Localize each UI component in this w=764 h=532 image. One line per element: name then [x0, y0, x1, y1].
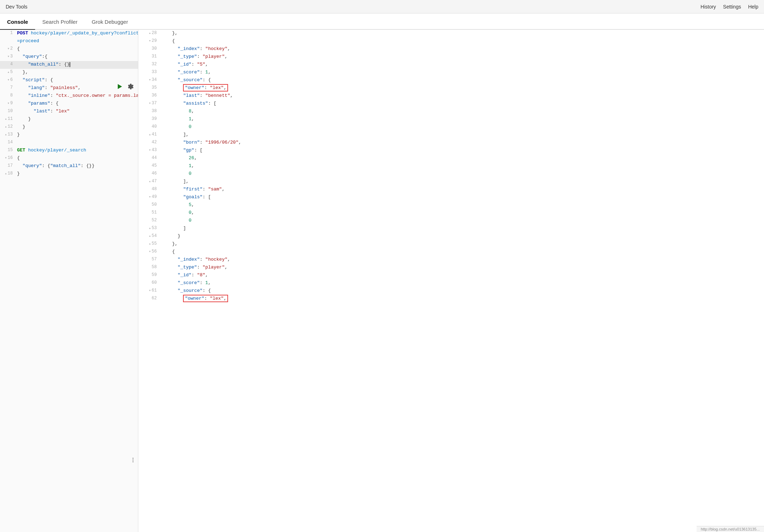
help-link[interactable]: Help	[748, 4, 758, 10]
output-gutter-45: 45	[138, 162, 160, 169]
editor-panel: 1 POST hockey/player/_update_by_query?co…	[0, 30, 138, 532]
output-code-29: {	[160, 38, 764, 45]
output-code-42: "born": "1996/06/20",	[160, 139, 764, 146]
output-gutter-61: ▾61	[138, 287, 160, 294]
output-line-55: ▴55 },	[138, 240, 764, 248]
editor-line-11[interactable]: ▴11 }	[0, 116, 138, 123]
editor-line-5[interactable]: ▴5 },	[0, 69, 138, 77]
editor-line-12[interactable]: ▴12 }	[0, 123, 138, 131]
output-gutter-58: 58	[138, 264, 160, 271]
editor-line-3[interactable]: ▾3 "query":{	[0, 53, 138, 61]
line-code-3: "query":{	[16, 53, 138, 61]
output-code-35: "owner": "lex",	[160, 84, 764, 92]
output-gutter-32: 32	[138, 61, 160, 68]
line-code-4: "match_all": {}	[16, 61, 138, 68]
output-gutter-42: 42	[138, 139, 160, 146]
output-code-57: "_index": "hockey",	[160, 256, 764, 264]
output-line-47: ▴47 ],	[138, 178, 764, 186]
output-line-41: ▴41 ],	[138, 131, 764, 139]
line-code-12: }	[16, 123, 138, 131]
app-title: Dev Tools	[6, 4, 27, 10]
line-code-16: {	[16, 155, 138, 162]
editor-line-1b[interactable]: =proceed	[0, 38, 138, 45]
output-line-54: ▴54 }	[138, 233, 764, 240]
output-code-30: "_index": "hockey",	[160, 45, 764, 53]
editor-line-1[interactable]: 1 POST hockey/player/_update_by_query?co…	[0, 30, 138, 38]
output-line-36: 36 "last": "bennett",	[138, 92, 764, 100]
tab-search-profiler[interactable]: Search Profiler	[35, 15, 84, 30]
editor-line-8[interactable]: 8 "inline": "ctx._source.owner = params.…	[0, 92, 138, 100]
output-code-37: "assists": [	[160, 100, 764, 107]
editor-line-14[interactable]: 14	[0, 139, 138, 147]
editor-line-2[interactable]: ▾2 {	[0, 45, 138, 53]
line-num-6: ▾6	[0, 77, 16, 83]
output-gutter-62: 62	[138, 295, 160, 302]
output-gutter-34: ▾34	[138, 77, 160, 83]
output-code-59: "_id": "8",	[160, 272, 764, 279]
line-num-8: 8	[0, 92, 16, 99]
output-code-49: "goals": [	[160, 194, 764, 201]
output-line-48: 48 "first": "sam",	[138, 186, 764, 194]
output-code-54: }	[160, 233, 764, 240]
tab-console[interactable]: Console	[0, 15, 35, 30]
output-line-57: 57 "_index": "hockey",	[138, 256, 764, 264]
editor-line-18[interactable]: ▴18 }	[0, 170, 138, 178]
editor-content[interactable]: 1 POST hockey/player/_update_by_query?co…	[0, 30, 138, 532]
output-gutter-51: 51	[138, 209, 160, 216]
output-gutter-54: ▴54	[138, 233, 160, 239]
line-code-9: "params": {	[16, 100, 138, 107]
line-num-13: ▴13	[0, 131, 16, 138]
output-gutter-55: ▴55	[138, 240, 160, 247]
wrench-button[interactable]	[127, 82, 135, 91]
output-gutter-49: ▾49	[138, 194, 160, 200]
editor-line-17[interactable]: 17 "query": {"match_all": {}}	[0, 162, 138, 170]
output-line-43: ▾43 "gp": [	[138, 147, 764, 155]
run-button[interactable]	[115, 82, 124, 91]
output-line-59: 59 "_id": "8",	[138, 272, 764, 279]
output-gutter-29: ▾29	[138, 38, 160, 44]
editor-line-10[interactable]: 10 "last": "lex"	[0, 108, 138, 116]
tab-bar: Console Search Profiler Grok Debugger	[0, 13, 764, 30]
output-code-32: "_id": "5",	[160, 61, 764, 68]
output-gutter-39: 39	[138, 116, 160, 122]
editor-line-9[interactable]: ▾9 "params": {	[0, 100, 138, 108]
editor-line-13[interactable]: ▴13 }	[0, 131, 138, 139]
output-gutter-31: 31	[138, 53, 160, 60]
output-code-44: 26,	[160, 155, 764, 162]
line-num-2: ▾2	[0, 45, 16, 52]
output-code-33: "_score": 1,	[160, 69, 764, 76]
line-num-10: 10	[0, 108, 16, 115]
output-gutter-28: ▴28	[138, 30, 160, 37]
line-code-18: }	[16, 170, 138, 178]
line-num-4: 4	[0, 61, 16, 68]
output-line-30: 30 "_index": "hockey",	[138, 45, 764, 53]
editor-line-4[interactable]: 4 "match_all": {}	[0, 61, 138, 69]
line-code-8: "inline": "ctx._source.owner = params.la…	[16, 92, 138, 100]
editor-line-16[interactable]: ▾16 {	[0, 155, 138, 162]
output-line-61: ▾61 "_source": {	[138, 287, 764, 295]
output-line-50: 50 5,	[138, 201, 764, 209]
output-panel[interactable]: ▴28 }, ▾29 { 30 "_index": "hockey", 31 "…	[138, 30, 764, 532]
output-gutter-36: 36	[138, 92, 160, 99]
output-line-31: 31 "_type": "player",	[138, 53, 764, 61]
svg-point-3	[133, 461, 134, 462]
history-link[interactable]: History	[701, 4, 716, 10]
output-gutter-40: 40	[138, 123, 160, 130]
output-line-45: 45 1,	[138, 162, 764, 170]
output-line-39: 39 1,	[138, 116, 764, 123]
output-line-40: 40 0	[138, 123, 764, 131]
output-gutter-46: 46	[138, 170, 160, 177]
output-gutter-35: 35	[138, 84, 160, 91]
output-gutter-52: 52	[138, 217, 160, 224]
output-code-47: ],	[160, 178, 764, 185]
output-gutter-53: ▴53	[138, 225, 160, 232]
line-num-5: ▴5	[0, 69, 16, 76]
line-code-15: GET hockey/player/_search	[16, 147, 138, 154]
output-line-56: ▾56 {	[138, 248, 764, 256]
output-code-51: 0,	[160, 209, 764, 217]
more-options-button[interactable]	[130, 457, 136, 464]
settings-link[interactable]: Settings	[723, 4, 741, 10]
editor-line-15[interactable]: 15 GET hockey/player/_search	[0, 147, 138, 155]
tab-grok-debugger[interactable]: Grok Debugger	[84, 15, 135, 30]
output-code-28: },	[160, 30, 764, 37]
